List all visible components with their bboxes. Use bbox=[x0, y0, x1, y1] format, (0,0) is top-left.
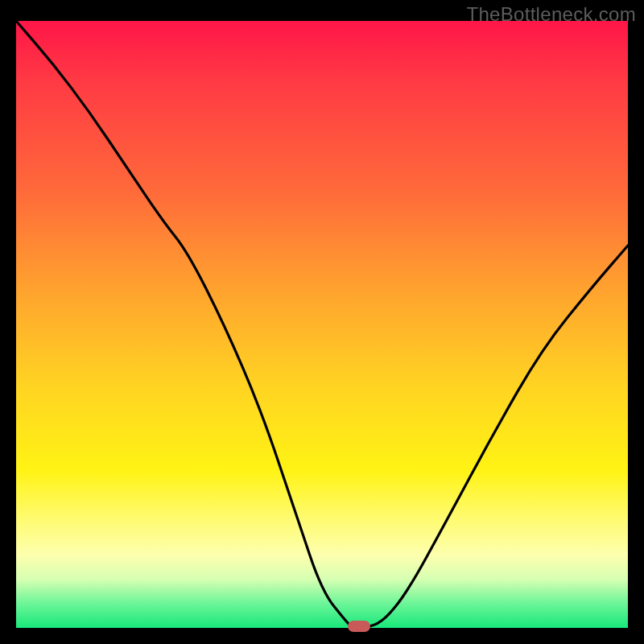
chart-frame: TheBottleneck.com bbox=[0, 0, 644, 644]
bottleneck-marker bbox=[348, 621, 370, 632]
bottleneck-curve bbox=[16, 21, 628, 628]
plot-area bbox=[16, 21, 628, 628]
curve-svg bbox=[16, 21, 628, 628]
